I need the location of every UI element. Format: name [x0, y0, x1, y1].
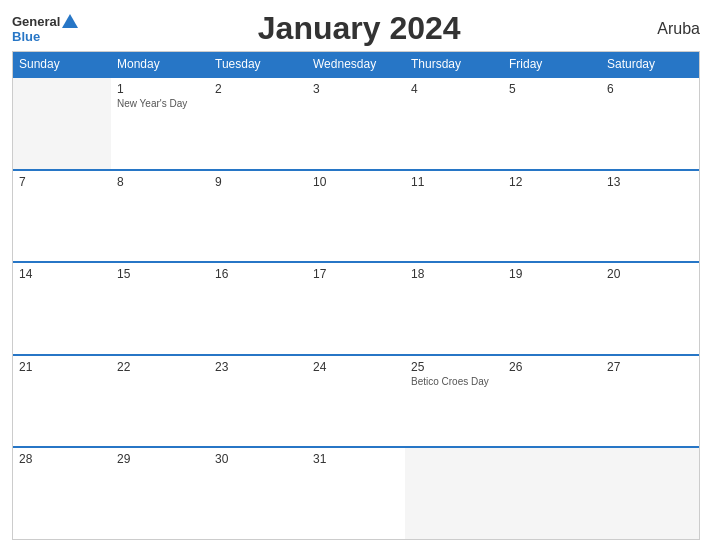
weeks-container: 1New Year's Day2345678910111213141516171… [13, 76, 699, 539]
day-cell: 22 [111, 356, 209, 447]
country-label: Aruba [640, 20, 700, 38]
day-cell [503, 448, 601, 539]
day-cell: 11 [405, 171, 503, 262]
weekday-header-row: SundayMondayTuesdayWednesdayThursdayFrid… [13, 52, 699, 76]
day-cell: 25Betico Croes Day [405, 356, 503, 447]
weekday-header-saturday: Saturday [601, 52, 699, 76]
day-number: 20 [607, 267, 693, 281]
day-cell: 10 [307, 171, 405, 262]
day-cell: 14 [13, 263, 111, 354]
day-cell: 31 [307, 448, 405, 539]
day-cell: 18 [405, 263, 503, 354]
day-number: 18 [411, 267, 497, 281]
day-cell: 24 [307, 356, 405, 447]
day-number: 29 [117, 452, 203, 466]
day-cell: 4 [405, 78, 503, 169]
day-number: 2 [215, 82, 301, 96]
day-cell: 1New Year's Day [111, 78, 209, 169]
day-number: 4 [411, 82, 497, 96]
week-row-5: 28293031 [13, 446, 699, 539]
day-cell: 30 [209, 448, 307, 539]
day-cell: 15 [111, 263, 209, 354]
day-number: 8 [117, 175, 203, 189]
day-cell: 6 [601, 78, 699, 169]
calendar-title: January 2024 [78, 10, 640, 47]
day-number: 13 [607, 175, 693, 189]
day-number: 16 [215, 267, 301, 281]
day-number: 26 [509, 360, 595, 374]
header: General Blue January 2024 Aruba [12, 10, 700, 47]
day-number: 31 [313, 452, 399, 466]
day-number: 28 [19, 452, 105, 466]
weekday-header-monday: Monday [111, 52, 209, 76]
day-cell: 5 [503, 78, 601, 169]
day-cell: 7 [13, 171, 111, 262]
day-cell [405, 448, 503, 539]
day-cell: 8 [111, 171, 209, 262]
day-cell: 28 [13, 448, 111, 539]
day-cell: 13 [601, 171, 699, 262]
day-number: 3 [313, 82, 399, 96]
day-cell: 9 [209, 171, 307, 262]
day-cell: 23 [209, 356, 307, 447]
day-number: 10 [313, 175, 399, 189]
weekday-header-thursday: Thursday [405, 52, 503, 76]
day-cell: 27 [601, 356, 699, 447]
day-cell: 26 [503, 356, 601, 447]
day-number: 9 [215, 175, 301, 189]
day-number: 14 [19, 267, 105, 281]
day-number: 12 [509, 175, 595, 189]
day-cell: 29 [111, 448, 209, 539]
holiday-label: New Year's Day [117, 98, 203, 109]
day-number: 1 [117, 82, 203, 96]
calendar-grid: SundayMondayTuesdayWednesdayThursdayFrid… [12, 51, 700, 540]
day-cell: 21 [13, 356, 111, 447]
day-cell: 19 [503, 263, 601, 354]
day-number: 5 [509, 82, 595, 96]
day-cell [13, 78, 111, 169]
day-cell: 12 [503, 171, 601, 262]
day-number: 17 [313, 267, 399, 281]
week-row-4: 2122232425Betico Croes Day2627 [13, 354, 699, 447]
logo-blue-text: Blue [12, 29, 40, 44]
calendar-page: General Blue January 2024 Aruba SundayMo… [0, 0, 712, 550]
day-cell: 16 [209, 263, 307, 354]
day-number: 24 [313, 360, 399, 374]
day-number: 7 [19, 175, 105, 189]
weekday-header-friday: Friday [503, 52, 601, 76]
day-number: 30 [215, 452, 301, 466]
day-number: 23 [215, 360, 301, 374]
week-row-1: 1New Year's Day23456 [13, 76, 699, 169]
day-number: 27 [607, 360, 693, 374]
day-number: 21 [19, 360, 105, 374]
weekday-header-sunday: Sunday [13, 52, 111, 76]
day-number: 19 [509, 267, 595, 281]
day-cell: 20 [601, 263, 699, 354]
day-number: 6 [607, 82, 693, 96]
weekday-header-tuesday: Tuesday [209, 52, 307, 76]
logo-general-text: General [12, 14, 60, 29]
day-number: 25 [411, 360, 497, 374]
day-number: 22 [117, 360, 203, 374]
day-cell [601, 448, 699, 539]
logo-triangle-icon [62, 14, 78, 28]
holiday-label: Betico Croes Day [411, 376, 497, 387]
day-cell: 3 [307, 78, 405, 169]
day-cell: 2 [209, 78, 307, 169]
week-row-3: 14151617181920 [13, 261, 699, 354]
weekday-header-wednesday: Wednesday [307, 52, 405, 76]
day-number: 11 [411, 175, 497, 189]
day-cell: 17 [307, 263, 405, 354]
week-row-2: 78910111213 [13, 169, 699, 262]
day-number: 15 [117, 267, 203, 281]
logo: General Blue [12, 14, 78, 44]
